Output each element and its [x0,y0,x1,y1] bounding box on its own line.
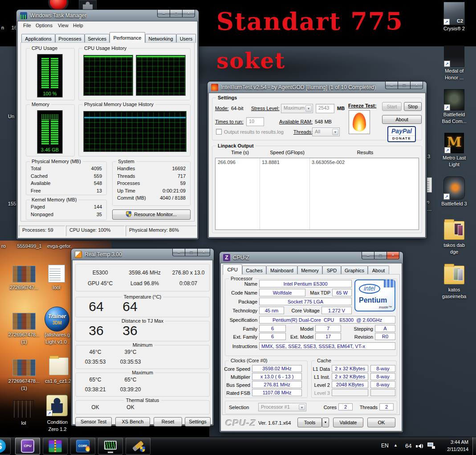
menu-help[interactable]: Help [70,21,86,29]
close-button[interactable]: × [410,82,423,89]
desktop-icon-condition-zero[interactable]: ↗ [46,395,68,416]
tools-button[interactable]: Tools [297,418,322,427]
tab-caches[interactable]: Caches [242,266,266,275]
tray-expand-arrow-icon[interactable]: ▲ [394,443,398,447]
icon-label[interactable]: cs1.6_cz1.2. [43,378,75,385]
desktop-icon-lol-screenshot[interactable] [13,400,34,418]
xs-bench-button[interactable]: XS Bench [115,417,150,426]
icon-label[interactable]: Honor ... [434,74,474,81]
menu-file[interactable]: File [20,21,34,29]
times-to-run-field[interactable]: 10 [246,117,264,126]
counter-strike-top-icon[interactable] [79,0,97,10]
desktop-icon-image-272696747[interactable] [12,266,36,283]
minimize-button[interactable]: – [172,249,185,256]
maximize-button[interactable]: □ [185,249,198,256]
icon-label[interactable]: (1) [4,385,45,392]
tab-about[interactable]: About [368,266,389,275]
icon-label[interactable]: lool [45,284,69,291]
icon-label[interactable]: Metro Last [434,155,474,161]
column-header-results[interactable]: Results [314,150,416,155]
icon-label[interactable]: Bad Com... [434,118,474,125]
show-desktop-button[interactable] [472,437,476,455]
tab-services[interactable]: Services [85,34,110,43]
tab-networking[interactable]: Networking [145,34,176,43]
about-button[interactable]: About [382,115,422,124]
sensor-test-button[interactable]: Sensor Test [75,417,112,426]
tray-clock-time[interactable]: 3:44 AM [438,439,468,445]
start-button[interactable]: Start [382,102,402,111]
close-button[interactable]: × [197,249,210,256]
tab-mainboard[interactable]: Mainboard [266,266,297,275]
minimize-button[interactable]: – [362,252,374,259]
icon-label[interactable]: Zero 1.2 [43,426,72,433]
taskbar-skype-button[interactable]: S [0,438,11,455]
desktop-icon-image-2726967478[interactable] [12,313,36,330]
icon-label[interactable]: 272696747... [4,284,45,291]
resource-monitor-button[interactable]: Resource Monitor... [112,209,191,220]
taskbar-resource-monitor-button[interactable] [98,438,123,455]
desktop-icon-metro-last-light[interactable]: M ↗ [444,133,464,153]
icon-label[interactable]: (1) [4,339,45,345]
linpack-results-list[interactable]: 266.096 13.8881 3.663055e-002 [215,158,419,230]
menu-options[interactable]: Options [33,21,55,29]
icon-label[interactable]: [allshares.g [43,332,72,338]
desktop-folder-katos[interactable] [444,266,464,284]
icon-label[interactable]: Battlefield 3 [432,201,476,207]
speaker-icon[interactable] [416,443,424,450]
paypal-donate-button[interactable]: PayPal DONATE [387,126,416,142]
taskbar-realtemp-button[interactable] [126,438,151,455]
tab-processes[interactable]: Processes [55,34,85,43]
desktop-icon-image-2726967478-2[interactable] [12,359,36,376]
tools-dropdown-button[interactable]: ▼ [322,418,329,427]
stop-button[interactable]: Stop [404,102,422,111]
network-icon[interactable] [427,443,436,450]
close-button[interactable]: × [386,252,399,259]
icon-label[interactable]: gaseirneba [434,293,474,300]
tray-clock-date[interactable]: 2/11/2014 [438,447,468,452]
tab-cpu[interactable]: CPU [223,264,242,275]
icon-label[interactable]: Light [434,161,474,168]
icon-label[interactable]: Medal of [434,68,474,74]
validate-button[interactable]: Validate [333,418,363,427]
processor-select[interactable]: Processor #1 ▼ [258,403,306,411]
minimize-button[interactable]: – [157,10,170,17]
maximize-button[interactable]: □ [374,252,387,259]
settings-button[interactable]: Settings [185,417,211,426]
icon-label[interactable]: dge [434,249,474,255]
desktop-icon-battlefield-bad-company[interactable]: ↗ [444,89,464,111]
tab-spd[interactable]: SPD [322,266,341,275]
ok-button[interactable]: OK [367,418,395,427]
icon-label[interactable]: Condition [43,419,72,426]
desktop-icon-trainer-3dm[interactable]: Trainer 3DM [45,307,69,332]
desktop-icon-lool[interactable] [48,265,65,283]
tab-graphics[interactable]: Graphics [341,266,368,275]
stress-mb-field[interactable]: 2543 [316,104,334,113]
icon-label[interactable]: lol [13,420,34,426]
icon-label[interactable]: Light v1.0 . [43,339,72,345]
output-results-checkbox[interactable] [216,129,222,135]
tray-language[interactable]: EN [381,443,389,449]
desktop-folder-takos[interactable] [444,221,464,240]
threads-select[interactable]: All ▼ [312,127,340,136]
maximize-button[interactable]: □ [398,82,411,89]
tab-users[interactable]: Users [176,34,196,43]
desktop-folder-cs16[interactable] [49,357,69,375]
desktop-icon-battlefield3[interactable]: ↗ [443,176,465,200]
taskbar-cpuz-button[interactable]: CPU [15,438,40,455]
column-header-speed[interactable]: Speed (GFlops) [262,150,312,155]
icon-label[interactable]: 2726967478... [4,378,45,385]
icon-label[interactable]: Crysis® 2 [434,25,474,32]
reset-button[interactable]: Reset [154,417,182,426]
icon-label[interactable]: Battlefield [434,111,474,118]
close-button[interactable]: × [182,10,195,17]
minimize-button[interactable]: – [385,82,398,89]
stress-level-select[interactable]: Maximum ▼ [281,104,313,113]
taskbar-winrar-button[interactable] [43,438,68,455]
tab-applications[interactable]: Applications [21,34,55,43]
taskbar-intelburntest-button[interactable]: CORE [70,438,95,455]
desktop-icon-medal-of-honor[interactable]: ↗ [444,45,464,67]
menu-view[interactable]: View [55,21,71,29]
icon-label[interactable]: katos [434,287,474,293]
icon-label[interactable]: 2726967478... [4,332,45,338]
desktop-icon-crysis2[interactable]: C2 ↗ [443,2,465,25]
